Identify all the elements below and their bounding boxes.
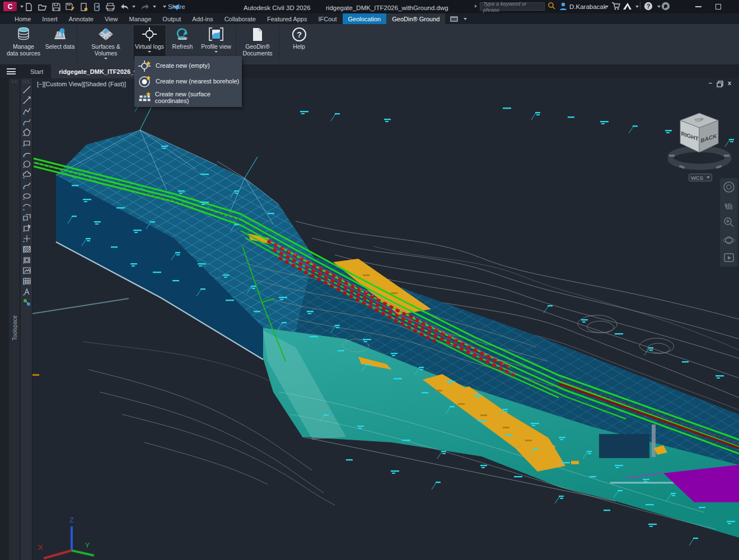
ray-icon[interactable] (21, 95, 32, 105)
arc-icon[interactable] (21, 148, 32, 158)
tab-overflow-button[interactable] (445, 13, 471, 24)
search-icon[interactable] (548, 2, 556, 12)
manage-data-sources-button[interactable]: Manage data sources (6, 25, 41, 61)
image-icon[interactable] (21, 265, 32, 276)
surfaces-volumes-button[interactable]: Surfaces & Volumes (80, 25, 132, 61)
cart-icon[interactable] (611, 2, 620, 12)
drawing-viewport[interactable]: [−][Custom View][Shaded (Fast)] – x (32, 78, 739, 560)
region-icon[interactable] (21, 254, 32, 265)
navigation-wheel-icon[interactable] (723, 181, 735, 193)
tab-manage[interactable]: Manage (124, 13, 157, 24)
help-circle-icon[interactable]: ? (644, 2, 653, 12)
toolspace-palette-bar[interactable]: Toolspace (9, 78, 20, 560)
plot-device-icon[interactable] (80, 3, 88, 11)
help-button[interactable]: ? Help (286, 25, 312, 61)
document-title: ridgegate_DMK_ITF2026_withGround.dwg (326, 3, 448, 13)
arc3pt-icon[interactable] (21, 116, 32, 127)
revision-cloud-icon[interactable] (21, 169, 32, 180)
redo-caret-icon[interactable] (153, 6, 156, 8)
autodesk-logo-icon[interactable] (623, 2, 632, 12)
tab-home[interactable]: Home (9, 13, 36, 24)
tab-geolocation[interactable]: Geolocation (343, 13, 387, 24)
zoom-icon[interactable] (723, 216, 735, 228)
point-cloud-icon[interactable] (21, 297, 32, 307)
user-caret-icon[interactable] (605, 6, 609, 8)
tab-annotate[interactable]: Annotate (63, 13, 99, 24)
palette-grip[interactable] (11, 80, 18, 83)
search-expand-icon[interactable] (474, 2, 478, 12)
spline-icon[interactable] (21, 180, 32, 190)
circle-icon[interactable] (21, 158, 32, 169)
autodesk-caret-icon[interactable] (635, 6, 639, 8)
select-data-label: Select data (45, 43, 75, 50)
print-icon[interactable] (106, 3, 115, 11)
doc-restore-icon[interactable] (717, 81, 723, 87)
menu-create-new-empty[interactable]: Create new (empty) (134, 58, 242, 73)
undo-icon[interactable] (120, 3, 129, 11)
tab-view[interactable]: View (99, 13, 124, 24)
save-as-icon[interactable] (66, 3, 75, 11)
geodin-documents-button[interactable]: GeoDin® Documents (239, 25, 276, 61)
point-icon[interactable] (21, 233, 32, 244)
ucs-icon[interactable]: Z X Y (38, 516, 94, 558)
tab-add-ins[interactable]: Add-ins (186, 13, 218, 24)
tab-ifcout[interactable]: IFCout (312, 13, 342, 24)
user-avatar-icon[interactable] (559, 2, 567, 12)
pan-hand-icon[interactable] (723, 198, 735, 211)
open-folder-icon[interactable] (38, 3, 47, 11)
viewport-controls-label[interactable]: [−][Custom View][Shaded (Fast)] (37, 81, 126, 87)
orbit-icon[interactable] (723, 234, 735, 246)
tab-collaborate[interactable]: Collaborate (219, 13, 261, 24)
table-icon[interactable] (21, 276, 32, 286)
window-maximize-button[interactable] (710, 0, 727, 13)
tab-geodin-ground[interactable]: GeoDin® Ground (386, 13, 445, 24)
navigation-bar[interactable] (720, 178, 738, 267)
app-menu-button[interactable]: C (3, 2, 17, 11)
polygon-icon[interactable] (21, 127, 32, 137)
geodin-documents-label: GeoDin® Documents (242, 43, 272, 57)
3d-model-scene[interactable]: Z X Y (32, 78, 739, 560)
toolbar-grip[interactable] (23, 80, 30, 83)
redo-icon[interactable] (141, 3, 150, 11)
virtual-logs-caret-icon (148, 51, 151, 53)
transfer-icon[interactable] (93, 3, 101, 11)
doc-close-icon[interactable]: x (728, 80, 731, 87)
app-logo-letter: C (8, 3, 13, 11)
insert-block-icon[interactable] (21, 212, 32, 222)
surfaces-volumes-caret-icon (104, 58, 107, 59)
qat-customize-icon[interactable] (163, 6, 166, 8)
showmotion-icon[interactable] (723, 251, 735, 264)
help-caret-icon[interactable] (657, 6, 661, 8)
ellipse-icon[interactable] (21, 190, 32, 201)
polyline-icon[interactable] (21, 105, 32, 116)
undo-caret-icon[interactable] (132, 6, 135, 8)
menu-create-new-surface-coordinates[interactable]: Create new (surface coordinates) (134, 90, 242, 105)
save-icon[interactable] (52, 3, 60, 11)
start-tab[interactable]: Start (22, 64, 51, 78)
main-area: Toolspace [−][Custom View][Shaded (Fast)… (0, 78, 739, 560)
select-data-button[interactable]: Select data (45, 25, 75, 61)
doc-minimize-icon[interactable]: – (709, 80, 712, 87)
wcs-selector[interactable]: WCS (689, 174, 712, 181)
hatch-icon[interactable] (21, 244, 32, 254)
file-tab-menu-button[interactable] (0, 64, 22, 78)
feedback-bubble-icon[interactable] (661, 2, 671, 12)
window-minimize-button[interactable] (690, 0, 707, 13)
menu-create-new-nearest-borehole[interactable]: Create new (nearest borehole) (134, 74, 242, 89)
rectangle-icon[interactable] (21, 137, 32, 148)
new-file-icon[interactable] (25, 3, 33, 11)
line-icon[interactable] (21, 84, 32, 95)
text-icon[interactable] (21, 286, 32, 297)
tab-output[interactable]: Output (157, 13, 186, 24)
user-name[interactable]: D.Karabacak (569, 2, 606, 12)
tab-insert[interactable]: Insert (36, 13, 63, 24)
search-input[interactable]: Type a keyword or phrase (480, 2, 545, 11)
menu-item-label: Create new (surface coordinates) (155, 91, 242, 104)
app-menu-caret-icon[interactable] (20, 6, 24, 8)
share-button[interactable]: Share (168, 2, 185, 12)
titlebar-divider (640, 2, 640, 10)
menu-item-label: Create new (nearest borehole) (156, 78, 239, 85)
ellipse-arc-icon[interactable] (21, 201, 32, 212)
create-block-icon[interactable] (21, 222, 32, 233)
tab-featured-apps[interactable]: Featured Apps (261, 13, 313, 24)
